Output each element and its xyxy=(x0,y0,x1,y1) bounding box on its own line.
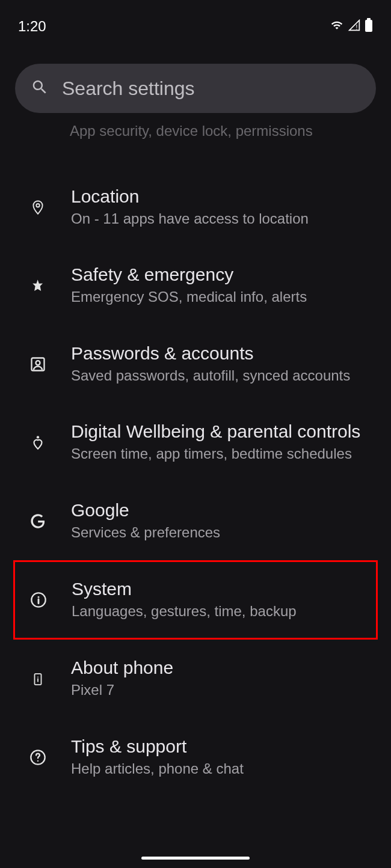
item-title: Google xyxy=(71,500,373,521)
wellbeing-icon xyxy=(29,433,47,451)
svg-point-13 xyxy=(37,760,38,762)
phone-icon xyxy=(29,670,47,688)
location-icon xyxy=(29,198,47,216)
emergency-icon xyxy=(29,277,47,295)
item-title: Passwords & accounts xyxy=(71,343,373,364)
search-bar[interactable]: Search settings xyxy=(15,64,376,113)
battery-icon xyxy=(365,18,373,35)
settings-item-wellbeing[interactable]: Digital Wellbeing & parental controls Sc… xyxy=(0,403,391,481)
status-time: 1:20 xyxy=(18,18,46,35)
item-title: System xyxy=(72,579,371,599)
item-subtitle: Saved passwords, autofill, synced accoun… xyxy=(71,366,373,385)
settings-item-about[interactable]: About phone Pixel 7 xyxy=(0,640,391,718)
svg-text:!: ! xyxy=(356,24,358,31)
settings-item-google[interactable]: Google Services & preferences xyxy=(0,482,391,560)
search-placeholder: Search settings xyxy=(62,78,195,100)
svg-point-5 xyxy=(37,436,39,439)
status-bar: 1:20 ! xyxy=(0,0,391,36)
partial-subtitle: App security, device lock, permissions xyxy=(70,123,373,139)
settings-item-system[interactable]: System Languages, gestures, time, backup xyxy=(13,560,378,640)
item-subtitle: Screen time, app timers, bedtime schedul… xyxy=(71,444,373,463)
navigation-handle[interactable] xyxy=(141,857,250,860)
settings-list: Location On - 11 apps have access to loc… xyxy=(0,168,391,796)
item-subtitle: Emergency SOS, medical info, alerts xyxy=(71,287,373,307)
item-title: Tips & support xyxy=(71,736,373,757)
item-subtitle: Languages, gestures, time, backup xyxy=(72,602,371,621)
item-title: Safety & emergency xyxy=(71,264,373,285)
partial-item-security[interactable]: App security, device lock, permissions xyxy=(0,119,391,139)
svg-rect-2 xyxy=(367,18,371,20)
search-icon xyxy=(31,78,49,99)
svg-rect-1 xyxy=(365,20,372,32)
item-subtitle: Pixel 7 xyxy=(71,680,373,700)
item-title: Location xyxy=(71,186,373,207)
item-subtitle: On - 11 apps have access to location xyxy=(71,209,373,228)
item-subtitle: Services & preferences xyxy=(71,523,373,542)
item-title: Digital Wellbeing & parental controls xyxy=(71,421,373,442)
help-icon xyxy=(29,748,47,766)
item-title: About phone xyxy=(71,658,373,678)
settings-item-tips[interactable]: Tips & support Help articles, phone & ch… xyxy=(0,718,391,796)
settings-item-passwords[interactable]: Passwords & accounts Saved passwords, au… xyxy=(0,325,391,403)
wifi-icon xyxy=(330,19,344,34)
svg-point-4 xyxy=(36,361,40,365)
info-icon xyxy=(29,591,48,609)
settings-item-safety[interactable]: Safety & emergency Emergency SOS, medica… xyxy=(0,246,391,325)
status-icons: ! xyxy=(330,18,373,35)
google-icon xyxy=(29,512,47,530)
account-box-icon xyxy=(29,355,47,373)
item-subtitle: Help articles, phone & chat xyxy=(71,759,373,778)
settings-item-location[interactable]: Location On - 11 apps have access to loc… xyxy=(0,168,391,246)
signal-icon: ! xyxy=(348,19,361,34)
